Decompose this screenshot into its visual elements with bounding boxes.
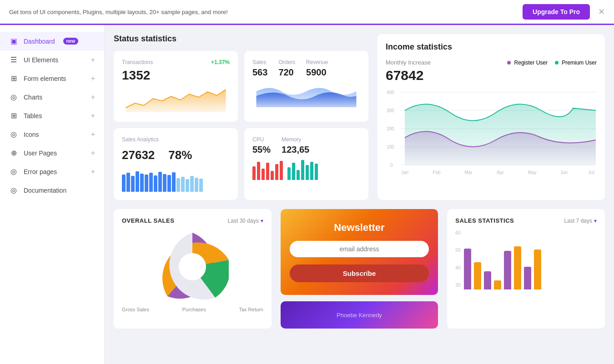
overall-sales-card: OVERALL SALES Last 30 days ▾ bbox=[114, 209, 272, 329]
tables-icon: ⊞ bbox=[9, 111, 18, 120]
overall-sales-header: OVERALL SALES Last 30 days ▾ bbox=[122, 217, 263, 224]
plus-icon-5: + bbox=[91, 130, 95, 139]
sales-stats-title: SALES STATISTICS bbox=[455, 217, 514, 224]
transactions-badge: +1.37% bbox=[211, 59, 230, 65]
sidebar-item-dashboard[interactable]: ▣ Dashboard new bbox=[0, 32, 104, 50]
svg-text:100: 100 bbox=[387, 145, 394, 150]
status-stats-title: Status statistics bbox=[114, 34, 368, 44]
newsletter-email-input[interactable] bbox=[290, 241, 429, 257]
bottom-section: OVERALL SALES Last 30 days ▾ bbox=[114, 209, 605, 329]
income-header: Monthly Increase Register User Premium U… bbox=[386, 59, 597, 66]
sidebar: ▣ Dashboard new ☰ UI Elements + ⊞ Form e… bbox=[0, 25, 105, 364]
dashboard-icon: ▣ bbox=[9, 37, 18, 45]
close-icon[interactable]: ✕ bbox=[598, 7, 605, 17]
income-chart-wrapper: 400 300 200 100 0 Jan Feb bbox=[386, 88, 597, 180]
newsletter-title: Newsletter bbox=[334, 222, 384, 234]
sales-bars-container bbox=[464, 230, 597, 289]
overall-sales-subtitle: Last 30 days ▾ bbox=[228, 218, 263, 224]
transactions-value: 1352 bbox=[122, 68, 230, 83]
income-chart: 400 300 200 100 0 Jan Feb bbox=[386, 88, 597, 179]
chevron-down-icon-2: ▾ bbox=[594, 218, 597, 224]
sidebar-item-tables[interactable]: ⊞ Tables + bbox=[0, 106, 104, 125]
y-label-50: 50 bbox=[455, 248, 460, 253]
profile-name: Phoebe Kennedy bbox=[337, 312, 382, 319]
upgrade-button[interactable]: Upgrade To Pro bbox=[523, 4, 590, 20]
sidebar-label-charts: Charts bbox=[24, 94, 42, 101]
sales-analytics-bars bbox=[122, 171, 230, 192]
sidebar-label-tables: Tables bbox=[24, 112, 42, 120]
register-label: Register User bbox=[514, 60, 548, 66]
sales-stats-card: SALES STATISTICS Last 7 days ▾ 60 50 40 … bbox=[447, 209, 605, 329]
status-stats-section: Status statistics Transactions +1.37% 13… bbox=[114, 34, 368, 200]
icons-icon: ◎ bbox=[9, 130, 18, 139]
pie-chart-container bbox=[122, 230, 263, 303]
purchases-label: Purchases bbox=[182, 307, 206, 312]
sales-analytics-value2: 78% bbox=[168, 148, 192, 162]
income-value: 67842 bbox=[386, 68, 597, 83]
main-content: Status statistics Transactions +1.37% 13… bbox=[105, 25, 614, 364]
sales-bar-7 bbox=[524, 267, 531, 289]
memory-value: 123,65 bbox=[282, 145, 309, 155]
sidebar-item-icons[interactable]: ◎ Icons + bbox=[0, 125, 104, 144]
cpu-value: 55% bbox=[252, 145, 271, 155]
cpu-label: CPU bbox=[252, 136, 271, 143]
sidebar-item-error-pages[interactable]: ◎ Error pages + bbox=[0, 162, 104, 181]
profile-card: Phoebe Kennedy bbox=[281, 301, 438, 329]
sales-analytics-card: Sales Analytics 27632 78% bbox=[114, 128, 238, 200]
y-label-30: 30 bbox=[455, 283, 460, 288]
sales-stats-subtitle: Last 7 days ▾ bbox=[564, 218, 597, 224]
cpu-memory-values: CPU 55% Memory 123,65 bbox=[252, 136, 360, 155]
gross-sales-label: Gross Sales bbox=[122, 307, 149, 312]
svg-text:May: May bbox=[528, 170, 537, 175]
charts-icon: ◎ bbox=[9, 93, 18, 101]
y-label-60: 60 bbox=[455, 230, 460, 235]
banner-text: Get tons of UI components, Plugins, mult… bbox=[9, 9, 228, 15]
pie-chart bbox=[156, 230, 229, 303]
plus-icon-2: + bbox=[91, 75, 95, 83]
error-pages-icon: ◎ bbox=[9, 167, 18, 176]
y-labels: 60 50 40 30 bbox=[455, 230, 460, 289]
svg-text:300: 300 bbox=[387, 108, 394, 113]
sales-analytics-value1: 27632 bbox=[122, 148, 155, 162]
main-layout: ▣ Dashboard new ☰ UI Elements + ⊞ Form e… bbox=[0, 25, 614, 364]
svg-text:Apr: Apr bbox=[497, 170, 504, 175]
svg-text:Mar: Mar bbox=[464, 170, 473, 175]
newsletter-section: Newsletter Subscribe Phoebe Kennedy bbox=[281, 209, 438, 329]
sidebar-item-charts[interactable]: ◎ Charts + bbox=[0, 88, 104, 106]
plus-icon: + bbox=[91, 56, 95, 64]
sidebar-label-user-pages: User Pages bbox=[24, 150, 57, 157]
svg-text:Jul: Jul bbox=[589, 170, 594, 175]
sidebar-item-documentation[interactable]: ◎ Documentation bbox=[0, 181, 104, 199]
user-pages-icon: ⊕ bbox=[9, 149, 18, 157]
sales-stats-bars bbox=[464, 230, 597, 289]
sales-bar-8 bbox=[534, 249, 541, 289]
sidebar-item-form-elements[interactable]: ⊞ Form elements + bbox=[0, 69, 104, 88]
sidebar-label-documentation: Documentation bbox=[24, 187, 66, 194]
sales-bar-6 bbox=[514, 246, 521, 289]
top-section: Status statistics Transactions +1.37% 13… bbox=[114, 34, 605, 200]
sales-value: 563 bbox=[252, 67, 267, 78]
income-stats-section: Income statistics Monthly Increase Regis… bbox=[377, 34, 605, 200]
premium-label: Premium User bbox=[562, 60, 597, 66]
newsletter-card: Newsletter Subscribe bbox=[281, 209, 438, 295]
svg-text:Feb: Feb bbox=[433, 170, 441, 175]
orders-value: 720 bbox=[278, 67, 295, 78]
sidebar-item-user-pages[interactable]: ⊕ User Pages + bbox=[0, 144, 104, 162]
sales-stats-header: SALES STATISTICS Last 7 days ▾ bbox=[455, 217, 597, 224]
plus-icon-4: + bbox=[91, 112, 95, 120]
sales-bar-1 bbox=[464, 249, 471, 289]
newsletter-subscribe-button[interactable]: Subscribe bbox=[290, 264, 429, 282]
legend-premium: Premium User bbox=[555, 60, 597, 66]
form-icon: ⊞ bbox=[9, 74, 18, 83]
sidebar-label-dashboard: Dashboard bbox=[24, 38, 55, 45]
transactions-chart bbox=[122, 87, 230, 112]
income-stats-title: Income statistics bbox=[386, 42, 597, 52]
legend-register: Register User bbox=[507, 60, 548, 66]
svg-text:Jan: Jan bbox=[401, 170, 408, 175]
cpu-memory-card: CPU 55% Memory 123,65 bbox=[244, 128, 368, 200]
cpu-memory-bars bbox=[252, 160, 360, 180]
documentation-icon: ◎ bbox=[9, 186, 18, 194]
overall-sales-period: Last 30 days bbox=[228, 218, 259, 224]
sales-stats-period: Last 7 days bbox=[564, 218, 592, 224]
sidebar-item-ui-elements[interactable]: ☰ UI Elements + bbox=[0, 50, 104, 69]
